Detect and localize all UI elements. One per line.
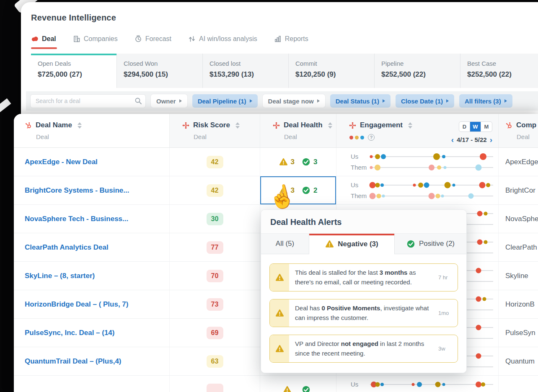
hand-cursor-icon: ☝ bbox=[266, 183, 297, 210]
deal-health-cell[interactable]: 3 3 bbox=[260, 148, 336, 176]
popup-tab-positive[interactable]: Positive (2) bbox=[395, 234, 466, 254]
filter-all-filters[interactable]: All filters (3) bbox=[459, 94, 512, 108]
column-subtitle: Deal bbox=[517, 133, 538, 140]
filter-deal-pipeline[interactable]: Deal Pipeline (1) bbox=[192, 94, 258, 108]
popup-tabs: All (5) Negative (3) Positive (2) bbox=[261, 234, 466, 254]
column-header-deal-name[interactable]: Deal Name Deal bbox=[14, 114, 170, 147]
alert-warning-strip bbox=[270, 299, 289, 327]
check-icon bbox=[302, 385, 310, 392]
toggle-day[interactable]: D bbox=[459, 122, 470, 132]
sort-icon[interactable] bbox=[328, 122, 332, 129]
popup-tab-negative[interactable]: Negative (3) bbox=[309, 234, 395, 254]
sort-icon[interactable] bbox=[235, 122, 240, 129]
alert-timestamp: 1mo bbox=[438, 299, 458, 327]
alert-timestamp: 3w bbox=[438, 335, 458, 362]
company-name: PulseSyn bbox=[505, 329, 535, 337]
summary-card-open-deals[interactable]: Open Deals $725,000 (27) bbox=[31, 54, 117, 88]
deal-name-link[interactable]: ApexEdge - New Deal bbox=[25, 158, 98, 166]
sort-icon[interactable] bbox=[408, 122, 412, 129]
warning-icon bbox=[275, 344, 284, 353]
tab-label: Reports bbox=[285, 35, 308, 43]
filter-label: Deal Pipeline (1) bbox=[198, 98, 246, 105]
positive-count: 3 bbox=[313, 158, 317, 166]
risk-score-badge bbox=[207, 384, 223, 392]
deal-name-link[interactable]: NovaSphere Tech - Business... bbox=[25, 215, 128, 223]
card-value: $294,500 (15) bbox=[124, 70, 202, 79]
summary-card-best-case[interactable]: Best Case $252,500 (22) bbox=[460, 54, 538, 88]
risk-score-badge: 30 bbox=[207, 213, 223, 225]
deal-name-link[interactable]: PulseSync, Inc. Deal – (14) bbox=[25, 329, 114, 337]
popup-tab-label: All (5) bbox=[276, 240, 294, 248]
dropdown-arrow-icon bbox=[250, 99, 252, 103]
filter-label: All filters (3) bbox=[465, 98, 501, 105]
tab-label: Forecast bbox=[145, 35, 171, 43]
warning-icon bbox=[275, 309, 284, 317]
column-subtitle: Deal bbox=[194, 133, 260, 140]
check-icon bbox=[302, 157, 310, 166]
deal-name-link[interactable]: ClearPath Analytics Deal bbox=[25, 243, 109, 252]
summary-cards: Open Deals $725,000 (27) Closed Won $294… bbox=[31, 54, 538, 88]
tab-reports[interactable]: Reports bbox=[274, 35, 308, 43]
column-title: Deal Name bbox=[36, 121, 72, 129]
popup-title: Deal Health Alerts bbox=[261, 210, 466, 234]
popup-tab-all[interactable]: All (5) bbox=[261, 234, 309, 254]
summary-card-closed-won[interactable]: Closed Won $294,500 (15) bbox=[117, 54, 203, 88]
deal-name-link[interactable]: HorizonBridge Deal – ( Plus, 7) bbox=[25, 300, 129, 309]
company-name: ApexEdge bbox=[505, 158, 538, 166]
summary-card-closed-lost[interactable]: Closed lost $153,290 (13) bbox=[203, 54, 289, 88]
deal-name-link[interactable]: SkyLine – (8, starter) bbox=[25, 272, 95, 280]
us-timeline bbox=[370, 156, 493, 157]
tab-ai-winloss[interactable]: AI win/loss analysis bbox=[188, 35, 257, 43]
engagement-legend: ? bbox=[349, 134, 412, 141]
companies-icon bbox=[73, 35, 80, 43]
column-header-deal-health[interactable]: Deal Health Deal bbox=[260, 114, 336, 147]
warning-icon bbox=[325, 240, 334, 248]
chevron-left-icon[interactable]: ‹ bbox=[451, 136, 454, 144]
check-icon bbox=[406, 240, 415, 248]
us-timeline bbox=[370, 384, 493, 385]
column-header-company[interactable]: Comp Deal bbox=[499, 114, 538, 147]
help-icon[interactable]: ? bbox=[368, 134, 375, 141]
tab-forecast[interactable]: Forecast bbox=[134, 35, 171, 43]
alert-list: This deal is stalled for the last 3 mont… bbox=[261, 254, 466, 373]
dropdown-arrow-icon bbox=[317, 99, 320, 103]
forecast-icon bbox=[134, 35, 142, 43]
deal-name-link[interactable]: QuantumTrail Deal – (Plus,4) bbox=[25, 357, 122, 366]
dropdown-arrow-icon bbox=[179, 99, 182, 103]
filter-owner[interactable]: Owner bbox=[151, 94, 187, 108]
filter-bar: Owner Deal Pipeline (1) Deal stage now D… bbox=[26, 91, 538, 111]
freddy-ai-icon bbox=[273, 122, 280, 129]
risk-score-badge: 77 bbox=[207, 241, 223, 254]
filter-close-date[interactable]: Close Date (1) bbox=[396, 94, 454, 108]
column-header-engagement[interactable]: Engagement ? D W M ‹ 4/17 - bbox=[336, 114, 499, 147]
toggle-week[interactable]: W bbox=[470, 122, 481, 132]
filter-label: Deal stage now bbox=[268, 98, 314, 105]
risk-score-badge: 42 bbox=[207, 156, 223, 168]
deal-icon bbox=[31, 35, 39, 43]
summary-card-commit[interactable]: Commit $120,250 (9) bbox=[289, 54, 375, 88]
toggle-month[interactable]: M bbox=[481, 122, 492, 132]
chevron-right-icon[interactable]: › bbox=[490, 136, 492, 144]
card-value: $120,250 (9) bbox=[295, 70, 374, 79]
engagement-cell: Us Them bbox=[336, 148, 499, 176]
us-label: Us bbox=[351, 153, 370, 160]
hubspot-icon bbox=[505, 122, 512, 129]
search-input[interactable] bbox=[30, 94, 146, 108]
company-name: ClearPath bbox=[505, 243, 537, 252]
card-label: Open Deals bbox=[38, 60, 116, 67]
tab-deal[interactable]: Deal bbox=[31, 35, 56, 43]
tab-companies[interactable]: Companies bbox=[73, 35, 118, 43]
filter-deal-status[interactable]: Deal Status (1) bbox=[330, 94, 391, 108]
period-toggle: D W M bbox=[459, 121, 492, 132]
column-header-risk-score[interactable]: Risk Score Deal bbox=[170, 114, 260, 147]
alert-timestamp: 7 hr bbox=[438, 264, 458, 291]
deal-name-link[interactable]: BrightCore Systems - Busine... bbox=[25, 186, 129, 195]
sort-icon[interactable] bbox=[78, 122, 82, 129]
filter-deal-stage[interactable]: Deal stage now bbox=[263, 94, 325, 108]
table-row: Us Them bbox=[14, 376, 538, 392]
alert-message: This deal is stalled for the last 3 mont… bbox=[289, 264, 438, 291]
alert-message: VP and Director not engaged in last 2 mo… bbox=[289, 335, 438, 362]
summary-card-pipeline[interactable]: Pipeline $252,500 (22) bbox=[375, 54, 460, 88]
deal-health-cell[interactable] bbox=[260, 376, 336, 392]
hubspot-icon bbox=[25, 122, 32, 129]
